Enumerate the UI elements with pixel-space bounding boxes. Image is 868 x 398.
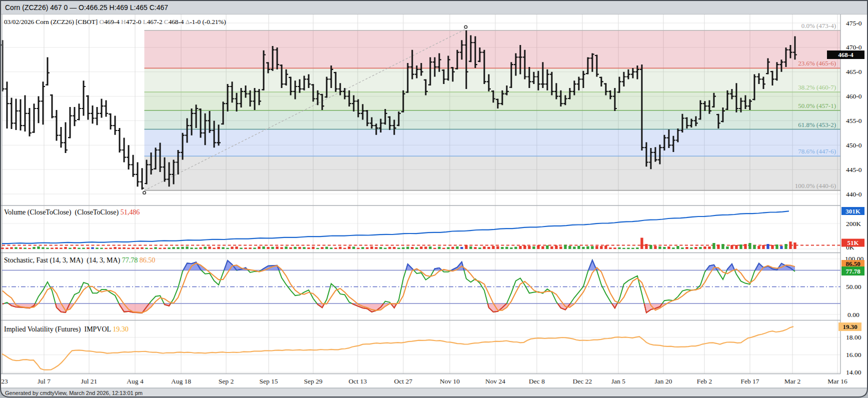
svg-text:61.8% (453-2): 61.8% (453-2) xyxy=(798,121,836,128)
svg-text:Corn (ZCZ26) 467 0 — O:466.25: Corn (ZCZ26) 467 0 — O:466.25 H:469 L:46… xyxy=(5,4,168,12)
svg-text:Sep 15: Sep 15 xyxy=(259,378,278,385)
svg-text:Generated by cmdtyView, March: Generated by cmdtyView, March 2nd 2026, … xyxy=(5,390,143,396)
svg-text:465-0: 465-0 xyxy=(846,68,862,76)
svg-text:14.00: 14.00 xyxy=(846,368,861,376)
svg-text:455-0: 455-0 xyxy=(846,117,862,124)
svg-text:100.0% (440-6): 100.0% (440-6) xyxy=(795,182,836,190)
svg-text:03/02/2026 Corn (ZCZ26) [CBOT]: 03/02/2026 Corn (ZCZ26) [CBOT] O469-4 H4… xyxy=(4,18,226,26)
svg-text:450-0: 450-0 xyxy=(846,142,862,149)
svg-text:Jul 7: Jul 7 xyxy=(38,378,51,385)
svg-text:Volume (CloseToClose) (CloseT: Volume (CloseToClose) (CloseToClose) 51,… xyxy=(4,208,140,216)
svg-text:Oct 13: Oct 13 xyxy=(349,378,367,385)
svg-text:Stochastic, Fast (14, 3, MA): Stochastic, Fast (14, 3, MA) (14, 3, MA)… xyxy=(4,256,155,264)
svg-text:301K: 301K xyxy=(845,208,861,215)
svg-text:23.6% (465-6): 23.6% (465-6) xyxy=(798,60,836,67)
svg-text:50.0% (457-1): 50.0% (457-1) xyxy=(798,102,836,110)
svg-text:470-0: 470-0 xyxy=(846,44,862,51)
svg-text:Implied Volatility (Futures): Implied Volatility (Futures) IMPVOL 19.3… xyxy=(4,326,129,334)
svg-text:86.50: 86.50 xyxy=(845,260,860,268)
svg-text:Jan 20: Jan 20 xyxy=(655,378,672,385)
svg-text:Feb 2: Feb 2 xyxy=(697,378,712,385)
svg-text:Jan 5: Jan 5 xyxy=(611,378,625,385)
svg-text:0.0% (473-4): 0.0% (473-4) xyxy=(801,22,836,30)
svg-text:18.00: 18.00 xyxy=(846,334,861,341)
svg-text:Nov 24: Nov 24 xyxy=(485,378,505,385)
svg-text:Feb 17: Feb 17 xyxy=(740,378,759,385)
svg-text:19.30: 19.30 xyxy=(842,323,857,330)
svg-text:Aug 4: Aug 4 xyxy=(127,378,144,385)
svg-text:Dec 22: Dec 22 xyxy=(573,378,592,385)
svg-text:Jun 23: Jun 23 xyxy=(0,378,8,385)
svg-text:445-0: 445-0 xyxy=(846,166,862,174)
svg-text:468-4: 468-4 xyxy=(838,51,853,58)
svg-text:Aug 18: Aug 18 xyxy=(171,378,191,385)
svg-text:38.2% (460-7): 38.2% (460-7) xyxy=(798,84,836,91)
svg-text:460-0: 460-0 xyxy=(846,92,862,100)
svg-text:Sep 2: Sep 2 xyxy=(219,378,234,385)
svg-text:Mar 16: Mar 16 xyxy=(827,378,847,385)
svg-text:78.6% (447-6): 78.6% (447-6) xyxy=(798,148,836,155)
svg-text:50.00: 50.00 xyxy=(846,283,861,290)
svg-text:Nov 10: Nov 10 xyxy=(440,378,460,385)
svg-text:Oct 27: Oct 27 xyxy=(394,378,413,385)
svg-text:Mar 2: Mar 2 xyxy=(784,378,801,385)
svg-text:475-0: 475-0 xyxy=(846,20,862,27)
svg-text:51K: 51K xyxy=(847,239,859,246)
svg-text:77.78: 77.78 xyxy=(845,268,860,275)
svg-text:0.00: 0.00 xyxy=(847,311,859,318)
svg-text:Dec 8: Dec 8 xyxy=(529,378,545,385)
svg-text:440-0: 440-0 xyxy=(846,190,862,198)
svg-text:16.00: 16.00 xyxy=(846,351,861,358)
svg-text:Sep 29: Sep 29 xyxy=(304,378,322,385)
svg-text:Jul 21: Jul 21 xyxy=(81,378,98,385)
svg-text:200K: 200K xyxy=(846,220,861,228)
